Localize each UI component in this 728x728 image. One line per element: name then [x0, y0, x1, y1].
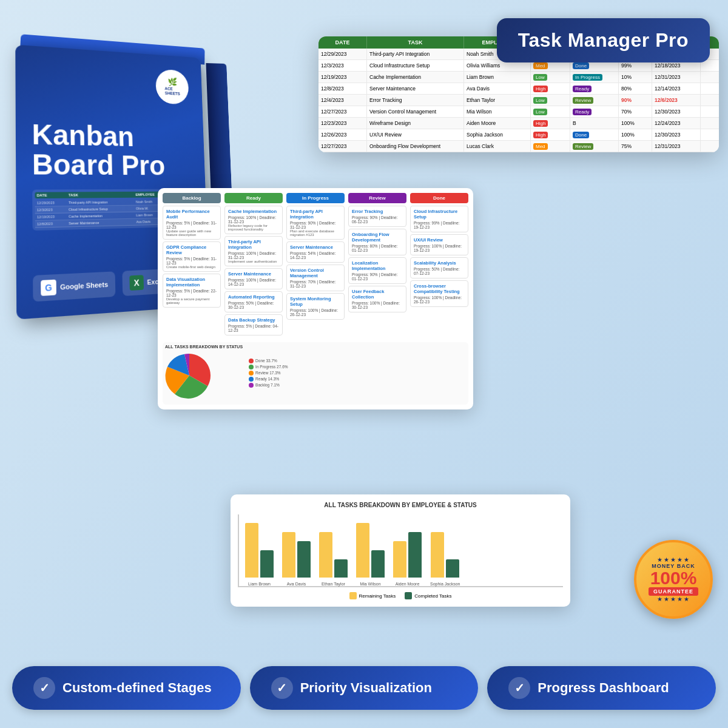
chart-title: ALL TASKS BREAKDOWN BY EMPLOYEE & STATUS [238, 502, 563, 508]
check-icon-2: ✓ [271, 677, 293, 699]
table-row: 12/19/2023 Cache Implementation Liam Bro… [318, 72, 719, 83]
table-row: 12/27/2023 Version Control Management Mi… [318, 106, 719, 118]
logo-text: ACESHEETS [164, 86, 180, 96]
table-row: 12/23/2023 Wireframe Design Aiden Moore … [318, 118, 719, 129]
google-sheets-badge: G Google Sheets [33, 271, 115, 302]
kanban-card: GDPR Compliance Review Progress: 5% | De… [163, 241, 221, 272]
bar-remaining [356, 523, 369, 578]
bar-completed [297, 541, 311, 578]
kanban-inprogress-col: In Progress Third-party API Integration … [286, 193, 345, 337]
kanban-card: Onboarding Flow Development Progress: 80… [348, 229, 406, 255]
excel-icon: X [129, 275, 144, 291]
bar-completed [446, 559, 459, 578]
check-icon-1: ✓ [33, 677, 55, 699]
bar-group-mia: Mia Wilson [356, 523, 385, 586]
kanban-columns: Backlog Mobile Performance Audit Progres… [163, 193, 468, 337]
pie-chart [165, 351, 214, 400]
bar-remaining [393, 541, 406, 578]
kanban-card: Scalability Analysis Progress: 50% | Dea… [410, 257, 468, 278]
pie-legend: Done 33.7% In Progress 27.6% Review 17.3… [249, 359, 288, 389]
feature-custom-stages: ✓ Custom-defined Stages [12, 666, 241, 710]
bar-group-liam: Liam Brown [245, 523, 274, 586]
table-row: 12/27/2023 Onboarding Flow Development L… [318, 141, 719, 152]
chart-legend: Remaining Tasks Completed Tasks [238, 592, 563, 599]
table-row: 12/4/2023 Error Tracking Ethan Taylor Lo… [318, 95, 719, 106]
kanban-card: Cache Implementation Progress: 100% | De… [224, 206, 283, 234]
kanban-card: System Monitoring Setup Progress: 100% |… [286, 293, 345, 320]
kanban-review-col: Review Error Tracking Progress: 90% | De… [348, 193, 406, 337]
kanban-card: Data Backup Strategy Progress: 5% | Dead… [224, 314, 283, 335]
bar-remaining [282, 532, 295, 578]
kanban-card: Third-party API Integration Progress: 90… [286, 206, 345, 240]
bar-completed [408, 532, 422, 578]
backlog-header: Backlog [163, 193, 221, 203]
col-task: TASK [367, 36, 464, 49]
bar-remaining [245, 523, 258, 578]
bar-group-ethan: Ethan Taylor [319, 532, 348, 586]
pie-chart-section: ALL TASKS BREAKDOWN BY STATUS Done 33.7% [163, 342, 468, 405]
bar-completed [371, 550, 385, 578]
kanban-card: UX/UI Review Progress: 100% | Deadline: … [410, 234, 468, 255]
pie-chart-container: ALL TASKS BREAKDOWN BY STATUS [165, 345, 243, 402]
kanban-card: Server Maintenance Progress: 100% | Dead… [224, 268, 283, 289]
kanban-card: Error Tracking Progress: 90% | Deadline:… [348, 206, 406, 227]
table-row: 12/26/2023 UX/UI Review Sophia Jackson H… [318, 129, 719, 141]
bar-remaining [431, 532, 444, 578]
kanban-card: Mobile Performance Audit Progress: 5% | … [163, 206, 221, 240]
kanban-card: Version Control Management Progress: 70%… [286, 265, 345, 291]
bar-group-sophia: Sophia Jackson [430, 532, 460, 586]
kanban-card: Third-party API Integration Progress: 10… [224, 236, 283, 266]
ready-header: Ready [224, 193, 283, 203]
product-title-badge: Task Manager Pro [497, 18, 710, 62]
kanban-done-col: Done Cloud Infrastructure Setup Progress… [410, 193, 468, 337]
features-section: ✓ Custom-defined Stages ✓ Priority Visua… [12, 666, 716, 710]
bar-chart: Liam Brown Ava Davis Ethan Taylor Mia Wi… [238, 514, 563, 587]
kanban-card: Data Visualization Implementation Progre… [163, 274, 221, 308]
bar-completed [260, 550, 274, 578]
kanban-card: Automated Reporting Progress: 50% | Dead… [224, 291, 283, 312]
bar-group-ava: Ava Davis [282, 532, 311, 586]
kanban-card: Localization Implementation Progress: 90… [348, 257, 406, 284]
col-date: DATE [318, 36, 367, 49]
leaf-icon: 🌿 [167, 77, 177, 87]
inprogress-header: In Progress [286, 193, 345, 203]
kanban-screenshot: Backlog Mobile Performance Audit Progres… [158, 188, 473, 410]
bar-completed [334, 559, 348, 578]
feature-priority-viz: ✓ Priority Visualization [250, 666, 479, 710]
kanban-backlog-col: Backlog Mobile Performance Audit Progres… [163, 193, 221, 337]
google-icon: G [41, 280, 56, 296]
done-header: Done [410, 193, 468, 203]
kanban-card: Cross-browser Compatibility Testing Prog… [410, 280, 468, 307]
kanban-card: Server Maintenance Progress: 54% | Deadl… [286, 241, 345, 263]
feature-progress-dashboard: ✓ Progress Dashboard [487, 666, 716, 710]
kanban-card: User Feedback Collection Progress: 100% … [348, 286, 406, 312]
kanban-card: Cloud Infrastructure Setup Progress: 99%… [410, 206, 468, 232]
money-back-badge: ★★★★★ MONEY BACK 100% GUARANTEE ★★★★★ [634, 540, 713, 619]
review-header: Review [348, 193, 406, 203]
bar-remaining [319, 532, 332, 578]
ace-logo: 🌿 ACESHEETS [155, 69, 189, 104]
table-row: 12/8/2023 Server Maintenance Ava Davis H… [318, 83, 719, 95]
bar-group-aiden: Aiden Moore [393, 532, 422, 586]
box-title: Kanban Board Pro [32, 120, 166, 180]
check-icon-3: ✓ [508, 677, 530, 699]
bar-chart-screenshot: ALL TASKS BREAKDOWN BY EMPLOYEE & STATUS… [231, 494, 570, 607]
kanban-ready-col: Ready Cache Implementation Progress: 100… [224, 193, 283, 337]
